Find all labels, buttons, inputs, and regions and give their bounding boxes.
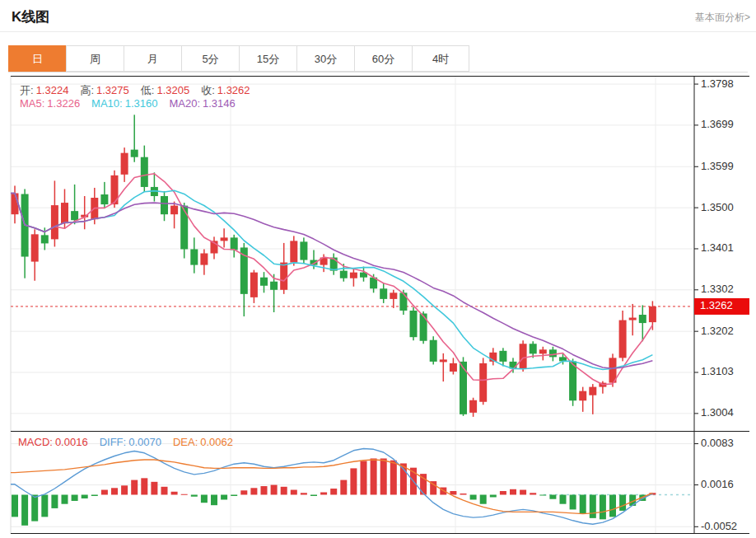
diff-line <box>11 449 652 525</box>
legend-value-0: 0.0016 <box>55 436 88 448</box>
macd-axis-label: 0.0016 <box>701 478 734 490</box>
legend-value-2: 0.0062 <box>200 436 233 448</box>
chart-frame <box>11 76 749 534</box>
ohlc-label-2: 低: <box>141 84 155 96</box>
macd-histogram <box>12 458 656 525</box>
legend-value-1: 0.0070 <box>128 436 161 448</box>
legend-label-0: MACD: <box>18 436 53 448</box>
price-axis-label: 1.3798 <box>701 77 734 90</box>
tab-15分[interactable]: 15分 <box>239 45 296 72</box>
legend-label-2: DEA: <box>173 436 198 448</box>
legend-value-0: 1.3226 <box>47 97 80 110</box>
tab-60分[interactable]: 60分 <box>354 45 412 72</box>
legend-value-2: 1.3146 <box>203 97 236 110</box>
tab-周[interactable]: 周 <box>66 45 124 72</box>
interval-tabs: 日周月5分15分30分60分4时 <box>8 45 748 73</box>
price-axis-label: 1.3202 <box>701 325 734 337</box>
legend-value-3: 1.3262 <box>217 84 250 96</box>
dea-line <box>11 460 652 514</box>
title-divider <box>0 31 756 32</box>
ohlc-label-3: 收: <box>201 84 215 96</box>
ohlc-label-0: 开: <box>20 84 34 96</box>
tab-4时[interactable]: 4时 <box>412 45 469 72</box>
tab-5分[interactable]: 5分 <box>181 45 239 72</box>
legend-value-1: 1.3160 <box>125 97 158 110</box>
candles <box>12 115 656 417</box>
legend-label-1: MA10: <box>91 97 123 110</box>
legend-value-0: 1.3224 <box>36 84 69 96</box>
ohlc-legend: 开:1.3224高:1.3275低:1.3205收:1.3262 <box>20 83 262 98</box>
ohlc-label-1: 高: <box>80 84 94 96</box>
macd-axis-label: -0.0052 <box>701 520 737 532</box>
price-axis-label: 1.3599 <box>701 160 734 172</box>
price-axis-label: 1.3401 <box>701 241 734 254</box>
tab-月[interactable]: 月 <box>124 45 181 72</box>
price-axis-label: 1.3302 <box>701 283 734 295</box>
macd-legend: MACD:0.0016DIFF:0.0070DEA:0.0062 <box>18 436 245 448</box>
kline-page: K线图 基本面分析> 日周月5分15分30分60分4时 1.37981.3699… <box>0 0 756 538</box>
legend-label-0: MA5: <box>20 97 44 110</box>
current-price-badge: 1.3262 <box>694 298 749 315</box>
legend-value-2: 1.3205 <box>156 84 189 96</box>
legend-label-1: DIFF: <box>100 436 127 448</box>
price-axis-label: 1.3103 <box>701 365 734 377</box>
page-title: K线图 <box>12 7 49 26</box>
price-axis-label: 1.3699 <box>701 118 734 130</box>
tab-日[interactable]: 日 <box>8 45 66 72</box>
fundamental-analysis-link[interactable]: 基本面分析> <box>695 11 750 25</box>
tab-30分[interactable]: 30分 <box>296 45 354 72</box>
kline-chart[interactable]: 1.37981.36991.35991.35001.34011.33021.32… <box>0 76 756 538</box>
legend-label-2: MA20: <box>169 97 200 110</box>
macd-axis-label: 0.0083 <box>701 437 734 449</box>
legend-value-1: 1.3275 <box>96 84 129 96</box>
ma-legend: MA5:1.3226MA10:1.3160MA20:1.3146 <box>20 97 247 110</box>
svg-text:1.3262: 1.3262 <box>700 299 733 311</box>
price-axis-label: 1.3004 <box>701 406 734 419</box>
gridlines <box>11 76 693 534</box>
price-axis-label: 1.3500 <box>701 201 734 213</box>
